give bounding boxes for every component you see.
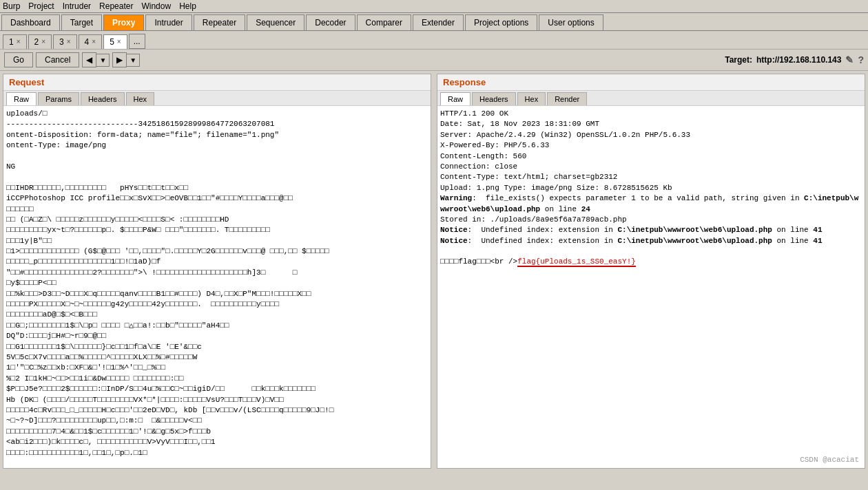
tab-dashboard[interactable]: Dashboard (1, 14, 60, 30)
edit-target-icon[interactable]: ✎ (845, 54, 854, 65)
target-label: Target: (725, 55, 752, 65)
nav-forward-dropdown[interactable]: ▼ (127, 54, 140, 67)
tab-decoder[interactable]: Decoder (306, 14, 355, 30)
close-tab-2-icon[interactable]: × (41, 38, 45, 45)
target-url: http://192.168.110.143 (756, 55, 841, 65)
response-body-line: Warning: file_exists() expects parameter… (440, 193, 862, 215)
tab-target[interactable]: Target (61, 14, 102, 30)
toolbar: Go Cancel ◀ ▼ ▶ ▼ Target: http://192.168… (0, 50, 868, 71)
close-tab-3-icon[interactable]: × (67, 38, 71, 45)
response-tab-raw[interactable]: Raw (440, 92, 471, 105)
flag-text: flag{uPloads_1s_SS0_easY!} (517, 257, 636, 267)
request-tab-raw[interactable]: Raw (6, 92, 37, 105)
sub-tab-3[interactable]: 3 × (53, 34, 77, 49)
nav-forward-button[interactable]: ▶ (112, 52, 127, 67)
response-header-line: Connection: close (440, 162, 862, 172)
response-body-line: Stored in: ./uploads/8a9e5f6a7a789acb.ph… (440, 215, 862, 225)
response-tab-hex[interactable]: Hex (517, 92, 546, 105)
response-header-line: X-Powered-By: PHP/5.6.33 (440, 140, 862, 151)
response-panel: Response Raw Headers Hex Render HTTP/1.1… (437, 74, 865, 469)
watermark: CSDN @acaciat (800, 455, 859, 465)
nav-forward-group: ▶ ▼ (112, 52, 143, 67)
tab-comparer[interactable]: Comparer (357, 14, 411, 30)
menu-project[interactable]: Project (28, 1, 54, 11)
sub-tab-1[interactable]: 1 × (3, 34, 27, 49)
main-tab-bar: Dashboard Target Proxy Intruder Repeater… (0, 13, 868, 31)
response-header-line: Content-Type: text/html; charset=gb2312 (440, 172, 862, 182)
menu-repeater[interactable]: Repeater (99, 1, 133, 11)
request-content[interactable]: uploads/□ -----------------------------3… (3, 106, 431, 468)
menu-bar: Burp Project Intruder Repeater Window He… (0, 0, 868, 13)
response-tabs: Raw Headers Hex Render (437, 91, 865, 106)
response-header-line: Content-Length: 560 (440, 151, 862, 162)
response-body-line: Notice: Undefined index: extension in C:… (440, 225, 862, 235)
tab-intruder[interactable]: Intruder (145, 14, 192, 30)
response-tab-render[interactable]: Render (547, 92, 587, 105)
sub-tab-5[interactable]: 5 × (103, 34, 127, 49)
response-tab-headers[interactable]: Headers (472, 92, 516, 105)
request-tab-params[interactable]: Params (38, 92, 79, 105)
close-tab-4-icon[interactable]: × (92, 38, 96, 45)
response-header-line: Date: Sat, 18 Nov 2023 18:31:09 GMT (440, 119, 862, 129)
tab-user-options[interactable]: User options (539, 14, 603, 30)
close-tab-5-icon[interactable]: × (117, 38, 121, 45)
response-header-line: HTTP/1.1 200 OK (440, 109, 862, 119)
request-tab-headers[interactable]: Headers (81, 92, 125, 105)
tab-proxy[interactable]: Proxy (103, 14, 144, 30)
request-tab-hex[interactable]: Hex (126, 92, 155, 105)
menu-help[interactable]: Help (179, 1, 196, 11)
response-body-line: Notice: Undefined index: extension in C:… (440, 236, 862, 246)
menu-intruder[interactable]: Intruder (63, 1, 91, 11)
close-tab-1-icon[interactable]: × (17, 38, 21, 45)
response-title: Response (437, 74, 865, 91)
help-icon[interactable]: ? (858, 54, 864, 65)
tab-sequencer[interactable]: Sequencer (247, 14, 304, 30)
request-tabs: Raw Params Headers Hex (3, 91, 431, 106)
cancel-button[interactable]: Cancel (36, 52, 79, 67)
request-panel: Request Raw Params Headers Hex uploads/□… (3, 74, 431, 469)
nav-back-dropdown[interactable]: ▼ (96, 54, 110, 67)
tab-project-options[interactable]: Project options (465, 14, 537, 30)
menu-window[interactable]: Window (141, 1, 171, 11)
response-body-line: Upload: 1.png Type: image/png Size: 8.67… (440, 183, 862, 193)
response-content[interactable]: HTTP/1.1 200 OKDate: Sat, 18 Nov 2023 18… (437, 106, 865, 468)
tab-repeater[interactable]: Repeater (194, 14, 245, 30)
sub-tab-4[interactable]: 4 × (79, 34, 103, 49)
request-title: Request (3, 74, 431, 91)
sub-tab-2[interactable]: 2 × (28, 34, 52, 49)
sub-tab-bar: 1 × 2 × 3 × 4 × 5 × ... (0, 31, 868, 50)
content-area: Request Raw Params Headers Hex uploads/□… (0, 71, 868, 471)
response-header-line: Server: Apache/2.4.29 (Win32) OpenSSL/1.… (440, 130, 862, 140)
target-info: Target: http://192.168.110.143 ✎ ? (725, 54, 864, 65)
sub-tab-more[interactable]: ... (129, 34, 145, 49)
nav-back-button[interactable]: ◀ (82, 52, 96, 67)
tab-extender[interactable]: Extender (413, 14, 464, 30)
nav-back-group: ◀ ▼ (82, 52, 112, 67)
menu-burp[interactable]: Burp (3, 1, 20, 11)
response-flag-line: □□□□flag□□□<br />flag{uPloads_1s_SS0_eas… (440, 246, 862, 268)
go-button[interactable]: Go (4, 52, 33, 67)
